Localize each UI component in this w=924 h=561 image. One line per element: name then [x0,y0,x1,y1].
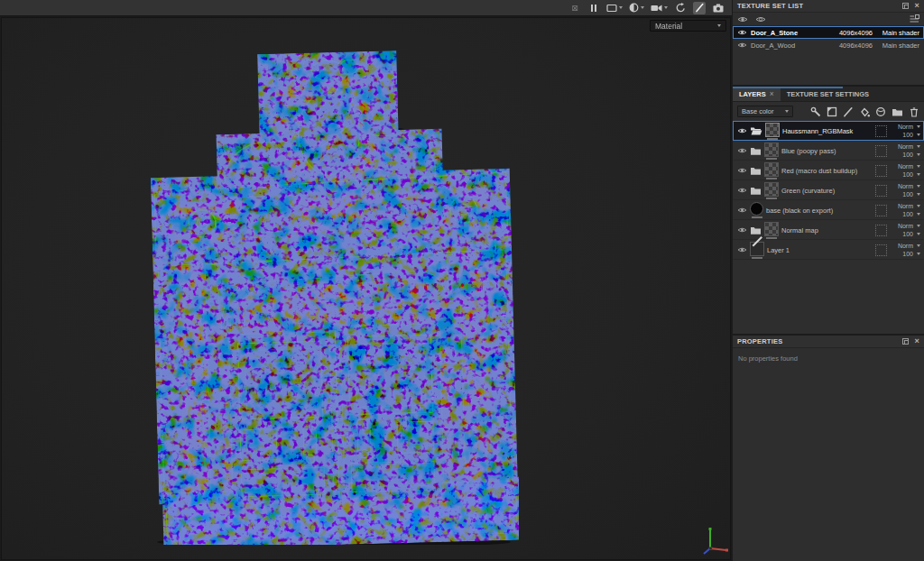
texture-set-list-panel: TEXTURE SET LIST × Door_A_Stone 4096x409… [733,0,924,85]
mask-slot[interactable] [875,205,887,216]
channel-filter-dropdown[interactable]: Base color [737,106,793,117]
folder-icon[interactable] [750,166,762,176]
mask-slot[interactable] [875,145,887,157]
list-options-icon[interactable] [910,14,919,23]
close-icon[interactable]: × [915,2,919,10]
layer-thumbnail[interactable] [765,123,780,137]
mask-slot[interactable] [875,244,887,256]
pause-icon[interactable] [587,2,600,14]
texture-set-row[interactable]: Door_A_Wood 4096x4096 Main shader [733,39,924,51]
texture-set-resolution: 4096x4096 [833,41,873,50]
texture-set-shader[interactable]: Main shader [876,41,919,50]
layer-row[interactable]: Red (macro dust buildup) Norm 100 [733,161,924,180]
undock-icon[interactable] [902,3,909,9]
eye-icon[interactable] [737,187,747,194]
eye-icon[interactable] [737,246,747,253]
opacity-dropdown[interactable]: 100 [902,251,920,258]
panel-accent-line [733,87,843,88]
axis-gizmo [701,525,730,557]
mask-slot[interactable] [875,125,887,137]
door-model-render[interactable] [149,51,519,545]
layer-row[interactable]: base (black on export) Norm 100 [733,200,924,220]
layer-thumb-bar [766,237,777,239]
layer-row[interactable]: Blue (poopy pass) Norm 100 [733,141,924,161]
substance-painter-window: ⊠ Material [0,0,924,561]
layer-row[interactable]: Layer 1 Norm 100 [733,240,924,260]
blend-mode-dropdown[interactable]: Norm [898,203,920,210]
blend-mode-dropdown[interactable]: Norm [898,143,920,151]
add-group-icon[interactable] [892,106,903,117]
properties-panel: PROPERTIES × No properties found [733,336,924,561]
layer-thumb-bar [752,257,762,259]
texture-set-list-toolbar [733,13,924,26]
tab-close-icon[interactable]: × [770,89,774,98]
tab-settings-label: TEXTURE SET SETTINGS [787,90,869,98]
close-icon[interactable]: × [915,337,919,345]
texture-set-shader[interactable]: Main shader [876,29,919,37]
add-fill-layer-icon[interactable] [827,106,837,117]
opacity-dropdown[interactable]: 100 [902,132,920,139]
layer-name: base (black on export) [766,207,873,215]
visibility-all-icon[interactable] [737,15,748,23]
undock-icon[interactable] [902,338,909,345]
add-smart-material-icon[interactable] [875,106,886,117]
tab-texture-set-settings[interactable]: TEXTURE SET SETTINGS [781,87,875,101]
layer-thumb-bar [766,178,777,179]
layers-tabbar: LAYERS × TEXTURE SET SETTINGS [733,87,924,102]
layer-thumbnail[interactable] [764,222,779,236]
add-paint-layer-icon[interactable] [843,106,854,117]
layer-thumb-bar [767,138,778,140]
visibility-solo-icon[interactable] [755,15,766,23]
layer-thumbnail[interactable] [764,182,779,197]
layer-row[interactable]: Haussmann_RGBMask Norm 100 [733,121,924,141]
layer-thumbnail[interactable] [764,162,779,177]
display-mode-dropdown[interactable]: Material [650,20,726,32]
mask-slot[interactable] [875,165,887,177]
viewport-area: ⊠ Material [0,0,732,561]
eye-icon[interactable] [737,226,747,234]
folder-icon[interactable] [750,146,762,156]
folder-icon[interactable] [750,186,762,196]
eye-icon[interactable] [737,147,747,154]
eye-icon[interactable] [737,127,747,134]
layer-thumbnail[interactable] [764,143,779,157]
folder-open-icon[interactable] [750,125,762,136]
symmetry-off-icon[interactable]: ⊠ [568,2,581,14]
display-settings-icon[interactable] [606,2,623,14]
blend-mode-dropdown[interactable]: Norm [898,243,920,250]
delete-layer-icon[interactable] [909,106,919,117]
opacity-dropdown[interactable]: 100 [902,191,920,198]
blend-mode-dropdown[interactable]: Norm [898,124,920,131]
opacity-dropdown[interactable]: 100 [902,171,920,179]
blend-mode-dropdown[interactable]: Norm [898,183,920,190]
layer-row[interactable]: Green (curvature) Norm 100 [733,180,924,200]
eye-icon[interactable] [737,167,747,174]
rotate-view-icon[interactable] [674,2,687,14]
eye-icon[interactable] [737,29,747,36]
layer-thumb-bar [766,158,777,160]
blend-mode-dropdown[interactable]: Norm [898,163,920,170]
opacity-dropdown[interactable]: 100 [902,211,920,218]
eye-icon[interactable] [737,41,747,49]
opacity-dropdown[interactable]: 100 [902,231,920,238]
paint-layer-thumbnail[interactable] [750,242,764,256]
display-mode-value: Material [655,22,682,31]
layer-thumb-bar [766,198,777,199]
paint-tool-icon[interactable] [693,2,706,14]
environment-icon[interactable] [629,2,644,14]
screenshot-icon[interactable] [712,2,725,14]
add-mask-bucket-icon[interactable] [859,106,870,117]
fill-layer-thumbnail[interactable] [750,202,763,216]
texture-set-row[interactable]: Door_A_Stone 4096x4096 Main shader [733,26,924,39]
mask-slot[interactable] [875,225,887,236]
opacity-dropdown[interactable]: 100 [902,152,920,159]
texture-set-list-title: TEXTURE SET LIST [737,2,803,10]
viewport-3d[interactable]: Material [1,17,731,560]
blend-mode-dropdown[interactable]: Norm [898,223,920,230]
folder-icon[interactable] [750,225,762,235]
tab-layers[interactable]: LAYERS × [733,87,781,101]
mask-slot[interactable] [875,185,887,197]
camera-view-icon[interactable] [651,2,668,14]
eye-icon[interactable] [737,207,747,214]
add-effect-icon[interactable] [810,106,821,117]
